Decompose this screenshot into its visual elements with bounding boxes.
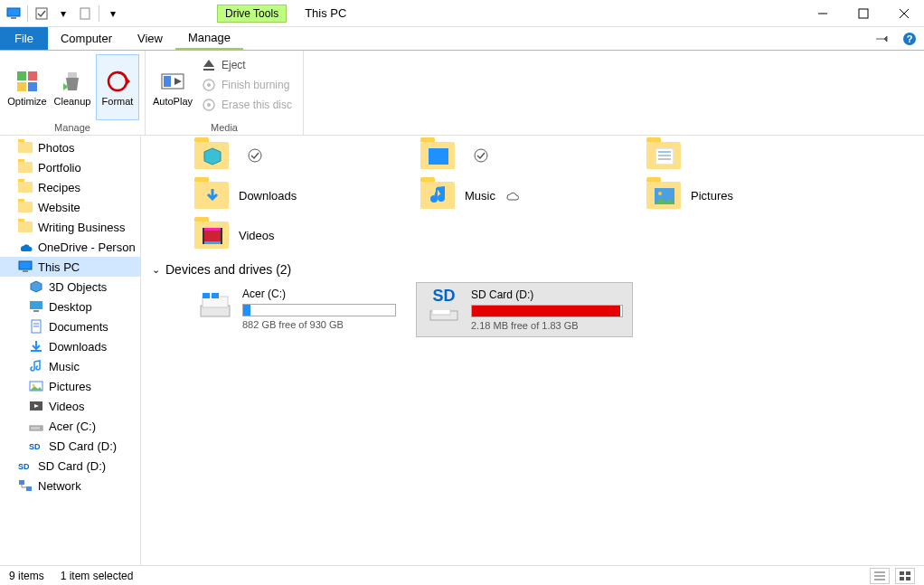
svg-rect-62 bbox=[432, 309, 450, 315]
sd-icon: SD bbox=[29, 439, 43, 453]
sidebar-item-videos[interactable]: Videos bbox=[0, 396, 140, 416]
svg-point-46 bbox=[475, 149, 487, 162]
autoplay-button[interactable]: AutoPlay bbox=[151, 54, 194, 120]
help-icon[interactable]: ? bbox=[895, 27, 924, 50]
folder-label: Music bbox=[465, 189, 495, 203]
svg-rect-13 bbox=[28, 82, 37, 91]
drive-tools-tab[interactable]: Drive Tools bbox=[217, 5, 287, 23]
sidebar-item-onedrive-person[interactable]: OneDrive - Person bbox=[0, 237, 140, 257]
sidebar-item-pictures[interactable]: Pictures bbox=[0, 376, 140, 396]
svg-rect-54 bbox=[204, 230, 221, 242]
svg-rect-29 bbox=[33, 310, 39, 312]
close-button[interactable] bbox=[883, 0, 924, 27]
ribbon-pin-icon[interactable] bbox=[868, 27, 895, 50]
sidebar-item-label: 3D Objects bbox=[49, 280, 107, 294]
svg-rect-33 bbox=[31, 350, 42, 352]
menu-view[interactable]: View bbox=[125, 27, 175, 50]
sidebar-item-downloads[interactable]: Downloads bbox=[0, 336, 140, 356]
folder-tile[interactable] bbox=[420, 137, 627, 174]
optimize-button[interactable]: Optimize bbox=[5, 54, 49, 120]
svg-text:SD: SD bbox=[18, 462, 30, 471]
folder-icon bbox=[18, 180, 33, 194]
sidebar-item-writing-business[interactable]: Writing Business bbox=[0, 217, 140, 237]
pictures-icon bbox=[29, 379, 43, 393]
chevron-down-icon[interactable]: ▾ bbox=[55, 5, 71, 22]
drive-free-text: 2.18 MB free of 1.83 GB bbox=[471, 320, 623, 331]
folder-tile[interactable]: Music bbox=[420, 177, 627, 213]
menu-computer[interactable]: Computer bbox=[48, 27, 125, 50]
drive-tile-sd-card-d-[interactable]: SDSD Card (D:)2.18 MB free of 1.83 GB bbox=[416, 282, 633, 337]
sidebar-item-label: This PC bbox=[38, 260, 80, 274]
quick-access-toolbar: ▾ ▾ bbox=[0, 5, 127, 22]
sidebar-item-portfolio[interactable]: Portfolio bbox=[0, 157, 140, 177]
folder-tile[interactable]: Downloads bbox=[193, 177, 401, 213]
eject-label: Eject bbox=[222, 59, 246, 71]
music-icon bbox=[29, 359, 43, 373]
nav-tree[interactable]: PhotosPortfolioRecipesWebsiteWriting Bus… bbox=[0, 136, 141, 565]
sidebar-item-label: Downloads bbox=[49, 340, 107, 354]
sidebar-item-acer-c-[interactable]: Acer (C:) bbox=[0, 416, 140, 436]
content-pane[interactable]: DownloadsMusicPictures Videos ⌄ Devices … bbox=[141, 136, 924, 565]
sidebar-item-desktop[interactable]: Desktop bbox=[0, 297, 140, 316]
folder-icon bbox=[646, 177, 682, 213]
sidebar-item-label: SD Card (D:) bbox=[38, 459, 106, 473]
svg-point-39 bbox=[40, 428, 42, 429]
svg-rect-60 bbox=[212, 293, 219, 298]
sidebar-item-music[interactable]: Music bbox=[0, 356, 140, 376]
sidebar-item-label: Pictures bbox=[49, 380, 91, 393]
sidebar-item-label: SD Card (D:) bbox=[49, 439, 117, 453]
menu-manage[interactable]: Manage bbox=[175, 27, 243, 50]
qat-overflow-icon[interactable]: ▾ bbox=[105, 5, 121, 22]
drive-tile-acer-c-[interactable]: Acer (C:)882 GB free of 930 GB bbox=[188, 282, 405, 337]
sidebar-item-photos[interactable]: Photos bbox=[0, 137, 140, 157]
minimize-button[interactable] bbox=[802, 0, 843, 27]
sync-check-icon bbox=[248, 148, 262, 163]
folder-tile[interactable]: Videos bbox=[193, 217, 401, 253]
svg-rect-2 bbox=[36, 8, 47, 19]
ribbon: Optimize Cleanup Format Manage AutoPlay … bbox=[0, 51, 924, 136]
svg-rect-10 bbox=[17, 71, 26, 80]
finish-burning-button: Finish burning bbox=[196, 76, 297, 94]
sidebar-item-sd-card-d-[interactable]: SDSD Card (D:) bbox=[0, 456, 140, 476]
view-tiles-button[interactable] bbox=[895, 568, 915, 584]
sidebar-item-network[interactable]: Network bbox=[0, 476, 140, 495]
svg-rect-45 bbox=[429, 148, 448, 165]
sidebar-item-sd-card-d-[interactable]: SDSD Card (D:) bbox=[0, 436, 140, 456]
folder-icon bbox=[18, 220, 33, 234]
format-button[interactable]: Format bbox=[96, 54, 139, 120]
sidebar-item-website[interactable]: Website bbox=[0, 197, 140, 217]
folder-tile[interactable]: Pictures bbox=[646, 177, 853, 213]
folder-tile[interactable] bbox=[646, 137, 853, 174]
maximize-button[interactable] bbox=[843, 0, 883, 27]
svg-text:?: ? bbox=[907, 33, 913, 44]
cleanup-button[interactable]: Cleanup bbox=[51, 54, 94, 120]
section-devices-label: Devices and drives (2) bbox=[165, 262, 291, 277]
pc-icon[interactable] bbox=[5, 5, 22, 22]
svg-rect-56 bbox=[204, 241, 221, 244]
section-devices-header[interactable]: ⌄ Devices and drives (2) bbox=[148, 255, 917, 282]
sidebar-item-recipes[interactable]: Recipes bbox=[0, 177, 140, 197]
sidebar-item-label: Writing Business bbox=[38, 221, 126, 234]
cleanup-label: Cleanup bbox=[54, 96, 91, 107]
svg-rect-67 bbox=[906, 571, 910, 575]
eject-button[interactable]: Eject bbox=[196, 56, 297, 74]
svg-rect-69 bbox=[906, 577, 910, 580]
sidebar-item-3d-objects[interactable]: 3D Objects bbox=[0, 277, 140, 297]
format-label: Format bbox=[102, 96, 134, 107]
desktop-icon bbox=[29, 299, 43, 314]
sidebar-item-documents[interactable]: Documents bbox=[0, 316, 140, 336]
svg-point-23 bbox=[207, 83, 211, 87]
view-details-button[interactable] bbox=[870, 568, 890, 584]
ribbon-group-media-label: Media bbox=[151, 120, 297, 133]
sidebar-item-label: Portfolio bbox=[38, 161, 81, 175]
qat-checkbox-icon[interactable] bbox=[33, 5, 50, 22]
qat-doc-icon[interactable] bbox=[77, 5, 93, 22]
svg-rect-11 bbox=[28, 71, 37, 80]
folder-icon bbox=[193, 217, 230, 253]
drive-usage-bar bbox=[242, 304, 396, 316]
folder-tile[interactable] bbox=[193, 137, 401, 174]
svg-rect-47 bbox=[655, 148, 674, 165]
ribbon-group-manage: Optimize Cleanup Format Manage bbox=[0, 51, 146, 135]
sidebar-item-this-pc[interactable]: This PC bbox=[0, 257, 140, 277]
menu-file[interactable]: File bbox=[0, 27, 48, 50]
